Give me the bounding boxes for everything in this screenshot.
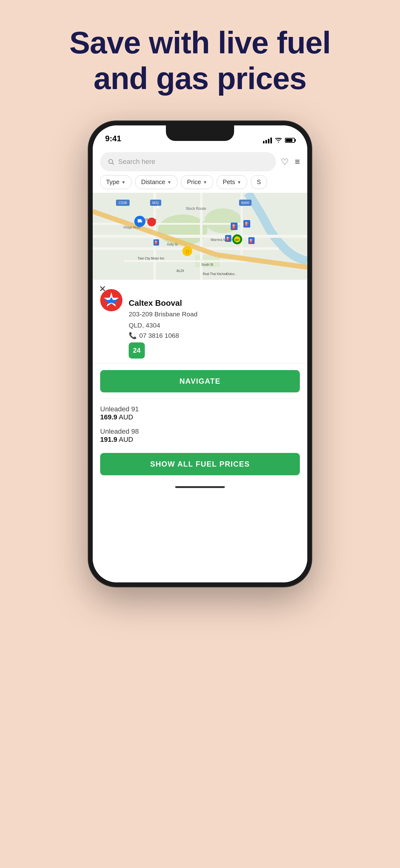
svg-text:M31: M31: [152, 201, 159, 205]
filter-section: Type ▼ Distance ▼ Price ▼ Pets ▼: [93, 175, 307, 193]
svg-text:Real Thai Kitchen: Real Thai Kitchen: [203, 272, 227, 276]
wifi-icon: [275, 138, 282, 143]
signal-bars-icon: [263, 137, 272, 144]
search-icon: [108, 158, 114, 165]
chevron-down-icon: ▼: [237, 180, 241, 185]
svg-line-1: [112, 163, 114, 164]
station-address-line1: 203-209 Brisbane Road: [129, 309, 300, 319]
svg-text:BP: BP: [235, 239, 239, 242]
station-info: Caltex Booval 203-209 Brisbane Road QLD,…: [129, 286, 300, 359]
svg-text:⬡: ⬡: [186, 249, 189, 254]
fuel-type-91: Unleaded 91: [100, 405, 300, 413]
station-name: Caltex Booval: [129, 298, 300, 308]
svg-text:C538: C538: [119, 201, 127, 205]
navigate-button[interactable]: NAVIGATE: [100, 370, 300, 393]
map-section[interactable]: Stock Route Melrose Kelly St Warrina Mot…: [93, 193, 307, 280]
chevron-down-icon: ▼: [121, 180, 126, 185]
bottom-sheet: ✕ Caltex Booval: [93, 280, 307, 582]
signal-bar-2: [265, 140, 267, 144]
svg-text:Kelly St: Kelly St: [167, 243, 178, 246]
filter-distance[interactable]: Distance ▼: [135, 175, 177, 189]
fuel-currency-91: AUD: [119, 413, 133, 421]
phone-frame: 9:41: [88, 121, 312, 587]
svg-text:ALDI: ALDI: [176, 269, 184, 273]
fuel-price-91: 169.9 AUD: [100, 413, 300, 421]
show-all-fuel-prices-button[interactable]: SHOW ALL FUEL PRICES: [100, 453, 300, 475]
fuel-item: Unleaded 98 191.9 AUD: [100, 428, 300, 444]
open-24-badge: 24: [129, 342, 145, 359]
svg-text:⛽: ⛽: [154, 240, 159, 245]
fuel-type-98: Unleaded 98: [100, 428, 300, 436]
battery-icon: [285, 138, 295, 143]
svg-text:B400: B400: [241, 201, 249, 205]
svg-point-33: [147, 218, 156, 226]
phone-screen: 9:41: [93, 125, 307, 582]
filter-price-label: Price: [187, 179, 201, 186]
chevron-down-icon: ▼: [203, 180, 207, 185]
phone-number: 07 3816 1068: [139, 332, 179, 339]
svg-text:⛽: ⛽: [226, 236, 231, 241]
list-menu-icon[interactable]: ≡: [295, 157, 300, 167]
station-phone: 📞 07 3816 1068: [129, 332, 300, 339]
search-placeholder: Search here: [118, 158, 155, 166]
fuel-prices: Unleaded 91 169.9 AUD Unleaded 98 191.9 …: [93, 399, 307, 450]
search-bar[interactable]: Search here: [100, 152, 276, 172]
hero-title: Save with live fuel and gas prices: [45, 25, 355, 96]
svg-text:⛽: ⛽: [232, 224, 237, 229]
phone-icon: 📞: [129, 332, 137, 339]
svg-text:Twin City Motor Inn: Twin City Motor Inn: [138, 257, 164, 260]
search-actions: ♡ ≡: [281, 157, 300, 167]
filter-type-label: Type: [106, 179, 120, 186]
station-address-line2: QLD, 4304: [129, 320, 300, 330]
app-content: Search here ♡ ≡ Type ▼ Distance ▼: [93, 147, 307, 582]
svg-text:⛟: ⛟: [137, 219, 142, 224]
svg-text:Osbur...: Osbur...: [226, 272, 237, 276]
signal-bar-4: [270, 137, 272, 144]
filter-more[interactable]: S: [251, 175, 267, 189]
phone-notch: [166, 125, 234, 141]
svg-text:⛽: ⛽: [244, 221, 250, 227]
svg-text:Stock Route: Stock Route: [186, 207, 206, 211]
filter-pets-label: Pets: [223, 179, 235, 186]
status-time: 9:41: [105, 134, 121, 144]
svg-text:South St: South St: [201, 263, 213, 266]
filter-type[interactable]: Type ▼: [100, 175, 131, 189]
filter-more-label: S: [257, 179, 261, 186]
home-bar: [175, 486, 225, 488]
chevron-down-icon: ▼: [167, 180, 171, 185]
search-section: Search here ♡ ≡: [93, 147, 307, 175]
filter-distance-label: Distance: [141, 179, 165, 186]
fuel-currency-98: AUD: [119, 436, 133, 443]
svg-text:⛽: ⛽: [249, 238, 254, 243]
fuel-item: Unleaded 91 169.9 AUD: [100, 405, 300, 421]
home-indicator: [93, 482, 307, 493]
signal-bar-1: [263, 141, 265, 144]
filter-pets[interactable]: Pets ▼: [217, 175, 247, 189]
fuel-price-98: 191.9 AUD: [100, 436, 300, 444]
signal-bar-3: [268, 139, 269, 144]
map-view: Stock Route Melrose Kelly St Warrina Mot…: [93, 193, 307, 280]
filter-price[interactable]: Price ▼: [181, 175, 213, 189]
favorites-icon[interactable]: ♡: [281, 157, 289, 167]
svg-point-0: [109, 160, 113, 164]
station-header: Caltex Booval 203-209 Brisbane Road QLD,…: [93, 280, 307, 364]
station-logo: [100, 289, 123, 311]
phone-mockup: 9:41: [88, 121, 312, 587]
status-icons: [263, 137, 295, 144]
